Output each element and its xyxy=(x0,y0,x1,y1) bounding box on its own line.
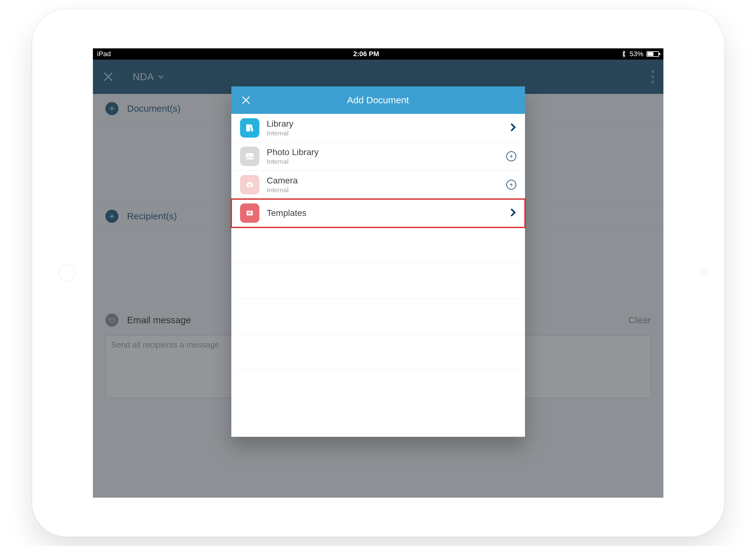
option-title: Templates xyxy=(267,208,307,218)
status-device: iPad xyxy=(97,50,111,58)
modal-close-icon[interactable] xyxy=(241,95,251,105)
empty-row xyxy=(231,370,525,405)
add-icon xyxy=(506,151,516,161)
option-templates[interactable]: Templates xyxy=(231,199,525,227)
chevron-right-icon xyxy=(510,123,516,133)
empty-row xyxy=(231,299,525,334)
option-title: Photo Library xyxy=(267,147,319,157)
option-sub: Internal xyxy=(267,186,298,194)
chevron-right-icon xyxy=(510,208,516,218)
device-home-button xyxy=(701,270,707,276)
modal-header: Add Document xyxy=(231,86,525,114)
photo-icon xyxy=(240,147,259,166)
add-icon xyxy=(506,180,516,190)
option-sub: Internal xyxy=(267,158,319,165)
bluetooth-icon xyxy=(621,50,626,58)
ipad-device-frame: iPad 2:06 PM 53% NDA xyxy=(32,9,724,537)
status-time: 2:06 PM xyxy=(353,50,379,58)
option-sub: Internal xyxy=(267,129,294,137)
option-title: Library xyxy=(267,119,294,129)
option-camera[interactable]: Camera Internal xyxy=(231,171,525,199)
battery-icon xyxy=(647,51,659,57)
library-icon xyxy=(240,118,259,138)
status-bar: iPad 2:06 PM 53% xyxy=(93,48,663,60)
status-right: 53% xyxy=(621,50,659,58)
template-icon xyxy=(240,203,259,223)
camera-icon xyxy=(240,175,259,194)
empty-row xyxy=(231,227,525,263)
svg-rect-1 xyxy=(246,153,253,159)
option-photo-library[interactable]: Photo Library Internal xyxy=(231,142,525,171)
screen: iPad 2:06 PM 53% NDA xyxy=(93,48,663,498)
empty-row xyxy=(231,334,525,370)
status-battery-pct: 53% xyxy=(629,50,643,58)
device-camera xyxy=(59,264,76,282)
svg-rect-5 xyxy=(248,212,252,212)
modal-body: Library Internal Photo Library Internal xyxy=(231,114,525,437)
modal-title: Add Document xyxy=(347,95,409,105)
add-document-modal: Add Document Library Internal xyxy=(231,86,525,437)
option-library[interactable]: Library Internal xyxy=(231,114,525,142)
svg-point-3 xyxy=(248,184,251,186)
svg-rect-6 xyxy=(248,213,252,214)
option-title: Camera xyxy=(267,176,298,186)
empty-row xyxy=(231,263,525,299)
